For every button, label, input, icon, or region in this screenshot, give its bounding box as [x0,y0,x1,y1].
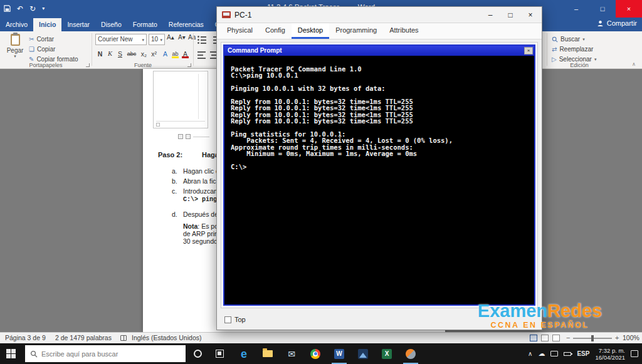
bold-button[interactable]: N [95,49,105,59]
dialog-launcher-icon[interactable] [187,63,191,67]
search-icon [552,36,558,43]
chevron-down-icon: ▾ [142,35,144,45]
italic-button[interactable]: K [105,49,115,59]
bullet-list-icon[interactable] [197,35,207,44]
chrome-icon [310,349,320,359]
clock[interactable]: 7:32 p. m. 16/04/2021 [595,347,625,361]
text-effects-button[interactable]: A [160,49,170,59]
find-button[interactable]: Buscar▾ [552,34,585,44]
superscript-button[interactable]: x² [149,49,159,59]
close-button[interactable]: × [520,7,540,23]
taskbar-file-explorer[interactable] [256,343,280,364]
taskbar-search[interactable] [25,345,186,362]
checkbox-icon[interactable] [224,316,231,323]
tab-attributes[interactable]: Attributes [383,23,424,39]
strikethrough-button[interactable]: abc [125,49,138,59]
minimize-button[interactable]: – [563,0,589,18]
step-heading: Paso 2: Hagan [158,151,182,159]
terminal-line: C:\> [231,164,528,170]
shrink-font-button[interactable]: A▾ [178,34,186,41]
taskbar-excel[interactable]: X [375,343,399,364]
zoom-in-button[interactable]: + [615,333,619,344]
replace-button[interactable]: ⇄Reemplazar [552,44,593,54]
search-input[interactable] [41,350,181,358]
tab-insertar[interactable]: Insertar [61,18,95,31]
figure-toolbar [178,134,209,139]
cortana-icon[interactable] [194,350,202,358]
terminal[interactable]: Packet Tracer PC Command Line 1.0 C:\>pi… [224,56,534,304]
read-mode-icon[interactable] [530,335,537,341]
page-indicator[interactable]: Página 3 de 9 [5,333,46,344]
tray-expand-icon[interactable]: ∧ [528,351,532,357]
time: 7:32 p. m. [595,347,625,354]
proofing-icon[interactable] [120,335,127,341]
command-prompt-title-bar[interactable]: Command Prompt [224,46,534,56]
command-prompt-window[interactable]: Command Prompt × Packet Tracer PC Comman… [223,44,535,306]
scissors-icon: ✂ [29,36,34,43]
taskbar-edge[interactable]: e [232,343,256,364]
battery-icon[interactable] [564,352,571,356]
pc1-window[interactable]: PC-1 – □ × Physical Config Desktop Progr… [216,6,542,330]
font-name-select[interactable]: ▾Courier New [95,34,147,45]
tab-diseno[interactable]: Diseño [95,18,127,31]
zoom-slider-knob[interactable] [591,335,594,341]
tab-config[interactable]: Config [259,23,292,39]
top-checkbox[interactable]: Top [224,316,246,323]
tab-referencias[interactable]: Referencias [163,18,209,31]
pc1-bottom-bar: Top [217,308,542,330]
task-view-icon[interactable] [216,350,224,358]
photos-icon [358,349,368,359]
word-count[interactable]: 2 de 1479 palabras [55,333,112,344]
share-button[interactable]: Compartir [597,19,637,27]
chevron-down-icon: ▾ [160,35,162,45]
taskbar-chrome[interactable] [303,343,327,364]
start-button[interactable] [6,349,16,358]
font-color-button[interactable]: A [181,49,190,59]
taskbar-photos[interactable] [351,343,375,364]
top-checkbox-label: Top [234,316,246,323]
zoom-level[interactable]: 100% [623,333,639,344]
action-center-icon[interactable] [631,350,638,357]
tab-archivo[interactable]: Archivo [0,18,33,31]
group-divider [193,33,194,66]
replace-icon: ⇄ [552,46,557,53]
tab-programming[interactable]: Programming [329,23,383,39]
taskbar-word[interactable]: W [327,343,351,364]
tab-physical[interactable]: Physical [221,23,259,39]
excel-icon: X [382,349,392,359]
maximize-button[interactable]: □ [500,7,520,23]
close-icon[interactable]: × [524,47,533,55]
underline-button[interactable]: S [115,49,125,59]
language-switcher[interactable]: ESP [577,350,589,357]
collapse-ribbon-icon[interactable]: ∧ [632,61,636,67]
print-layout-icon[interactable] [541,335,549,341]
web-layout-icon[interactable] [552,335,560,341]
close-button[interactable]: × [616,0,642,18]
taskbar-mail[interactable]: ✉ [280,343,303,364]
highlight-color-button[interactable]: ab [171,49,180,59]
display-icon[interactable] [550,351,558,356]
figure-icon [186,134,191,139]
paste-button[interactable]: Pegar ▾ [4,33,26,62]
tab-inicio[interactable]: Inicio [33,18,61,31]
tab-formato[interactable]: Formato [127,18,163,31]
subscript-button[interactable]: x₂ [139,49,149,59]
grow-font-button[interactable]: A▴ [167,34,174,41]
tab-desktop[interactable]: Desktop [292,23,329,39]
clipboard-group-label: Portapapeles [0,62,92,68]
cut-button[interactable]: ✂Cortar [29,34,54,43]
dialog-launcher-icon[interactable] [86,63,90,67]
font-size-select[interactable]: ▾10 [149,34,165,45]
maximize-button[interactable]: □ [589,0,616,18]
terminal-line: C:\>ping 10.0.0.1 [231,72,528,78]
language-indicator[interactable]: Inglés (Estados Unidos) [132,333,201,344]
zoom-out-button[interactable]: − [566,333,570,344]
pc1-title-bar[interactable]: PC-1 – □ × [217,7,542,23]
copy-button[interactable]: ❏Copiar [29,44,55,53]
minimize-button[interactable]: – [480,7,500,23]
word-status-bar: Página 3 de 9 2 de 1479 palabras Inglés … [0,332,642,343]
taskbar-packet-tracer[interactable] [399,343,423,364]
group-divider [92,33,92,66]
align-left-icon[interactable] [197,50,207,59]
onedrive-cloud-icon[interactable]: ☁ [538,350,545,357]
